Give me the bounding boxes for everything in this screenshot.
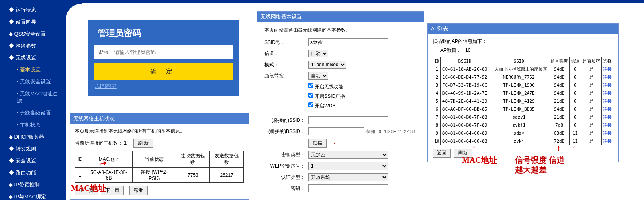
sidebar-item[interactable]: ◆ 设置向导	[0, 16, 66, 28]
enable-ssid-broadcast-checkbox[interactable]	[308, 93, 313, 98]
sidebar-item[interactable]: ◆ IP与MAC绑定	[0, 191, 66, 200]
sidebar-item[interactable]: • 无线高级设置	[0, 107, 66, 119]
sidebar: ◆ 运行状态◆ 设置向导◆ QSS安全设置◆ 网络参数◆ 无线设置• 基本设置•…	[0, 0, 66, 200]
connect-link[interactable]: 连接	[603, 67, 612, 72]
sidebar-item[interactable]: • 主机状态	[0, 119, 66, 131]
enable-wireless-checkbox[interactable]	[308, 83, 313, 88]
table-header: SSID	[489, 57, 549, 65]
wep-idx-label: WEP密钥序号：	[264, 163, 308, 170]
panel-title: 无线网络基本设置	[257, 12, 424, 22]
table-header: 是否加密	[581, 57, 601, 65]
chk-label: 开启WDS	[315, 103, 335, 109]
sidebar-item[interactable]: • 无线MAC地址过滤	[0, 88, 66, 107]
connect-link[interactable]: 连接	[603, 99, 612, 104]
key-label: 密钥：	[264, 185, 308, 192]
channel-select[interactable]: 自动	[308, 50, 328, 57]
ap-list-panel: AP列表 扫描到的AP的信息如下： AP数目： 10 IDBSSIDSSID信号…	[427, 23, 619, 162]
key-input[interactable]	[308, 184, 388, 192]
table-row: 548-7D-2E-64-41-29TP-LINK_412921dB6是连接	[433, 97, 613, 105]
sidebar-item[interactable]: ◆ DHCP服务器	[0, 131, 66, 143]
table-header: 发送数据包数	[210, 151, 244, 168]
table-row: 3FC-D7-33-7B-19-0CTP-LINK_190C94dB6是连接	[433, 81, 613, 89]
sidebar-item[interactable]: ◆ 无线设置	[0, 52, 66, 64]
back-button[interactable]: 返回	[433, 149, 451, 158]
bridge-bssid-input[interactable]	[308, 127, 364, 135]
table-header: 信号强度	[549, 57, 569, 65]
sidebar-item[interactable]: ◆ 转发规则	[0, 143, 66, 155]
host-count-label: 当前所连接的主机数：	[75, 140, 123, 146]
ssid-input[interactable]	[308, 38, 388, 46]
connect-link[interactable]: 连接	[603, 83, 612, 88]
wireless-settings-panel: 无线网络基本设置 本页面设置路由器无线网络的基本参数。 SSID号： 信道：自动…	[257, 11, 424, 200]
table-row: 1C0-61-18-AB-2C-80一人血书去掉班服上的座位表94dB6是连接	[433, 65, 613, 73]
bridge-ssid-input[interactable]	[308, 116, 388, 124]
enable-wds-checkbox[interactable]	[308, 102, 313, 107]
password-row: 密码	[94, 45, 233, 59]
table-header: 信道	[570, 57, 581, 65]
panel-title: 无线网络主机状态	[70, 113, 249, 124]
bridge-bssid-label: (桥接的)BSSID：	[264, 128, 308, 135]
scan-button[interactable]: 扫描	[308, 139, 327, 148]
table-row: 780-81-00-B0-7F-88sdzy121dB6是连接	[433, 113, 613, 121]
table-header: MAC地址	[85, 151, 133, 168]
login-submit-button[interactable]: 确 定	[94, 63, 233, 80]
channel-label: 信道：	[264, 50, 308, 57]
sidebar-item[interactable]: ◆ IP带宽控制	[0, 179, 66, 191]
connect-link[interactable]: 连接	[603, 107, 612, 112]
ap-desc: 扫描到的AP的信息如下：	[433, 38, 613, 45]
host-table: IDMAC地址当前状态接收数据包数发送数据包数 15C-A8-6A-1F-38-…	[75, 151, 244, 183]
sidebar-item[interactable]: • 基本设置	[0, 64, 66, 76]
connect-link[interactable]: 连接	[603, 91, 612, 96]
table-row: 880-81-00-B0-7F-89zykj17dB6是连接	[433, 121, 613, 129]
forgot-password-link[interactable]: 忘记密码?	[88, 80, 124, 90]
host-count-value: 1	[124, 140, 127, 146]
sidebar-item[interactable]: • 无线安全设置	[0, 76, 66, 88]
table-row: 68C-A6-DF-66-BB-85TP-LINK_BB8594dB6是连接	[433, 105, 613, 113]
panel-title: AP列表	[428, 24, 618, 34]
arrow-icon: ↑	[556, 143, 561, 153]
table-header: 当前状态	[133, 151, 176, 168]
help-button[interactable]: 帮助	[129, 186, 148, 195]
connect-link[interactable]: 连接	[603, 139, 612, 144]
connect-link[interactable]: 连接	[603, 123, 612, 128]
refresh-button[interactable]: 刷 新	[133, 139, 153, 148]
key-type-label: 密钥类型：	[264, 152, 308, 158]
bridge-ssid-label: (桥接的)SSID：	[264, 117, 308, 124]
table-row: 15C-A8-6A-1F-38-6B连接 (WPA2-PSK)775326217	[75, 168, 244, 183]
mode-select[interactable]: 11bgn mixed	[308, 61, 346, 69]
bssid-example: 例如: 00-1D-0F-11-22-33	[366, 129, 415, 135]
wep-idx-select[interactable]: 1	[308, 162, 388, 170]
auth-type-select[interactable]: 开放系统	[308, 173, 388, 181]
mode-label: 模式：	[264, 61, 308, 68]
ap-count-label: AP数目：	[440, 48, 461, 53]
host-desc: 本页显示连接到本无线网络的所有主机的基本信息。	[75, 128, 244, 135]
table-row: 21C-60-DE-D4-77-52MERCURY_775294dB6是连接	[433, 73, 613, 81]
ap-count-value: 10	[465, 48, 470, 53]
sidebar-item[interactable]: ◆ 网络参数	[0, 40, 66, 52]
bandwidth-select[interactable]: 自动	[308, 72, 328, 80]
connect-link[interactable]: 连接	[603, 115, 612, 120]
wifi-desc: 本页面设置路由器无线网络的基本参数。	[264, 27, 417, 34]
login-panel: 管理员密码 密码 确 定 忘记密码?	[88, 20, 239, 96]
arrow-icon: ←	[332, 139, 339, 147]
key-type-select[interactable]: 无加密	[308, 151, 388, 159]
annotation-signal-desc: 越大越差	[515, 164, 547, 175]
table-header: ID	[433, 57, 441, 65]
annotation-signal: 信号强度 信道	[515, 155, 565, 166]
table-header: 选择	[601, 57, 613, 65]
sidebar-item[interactable]: ◆ 运行状态	[0, 4, 66, 16]
chk-label: 开启SSID广播	[315, 93, 345, 99]
sidebar-item[interactable]: ◆ 路由功能	[0, 167, 66, 179]
annotation-mac: MAC地址	[462, 155, 497, 166]
password-label: 密码	[98, 49, 114, 55]
table-row: 4BC-46-99-1D-2A-7ETP-LINK_2A7E94dB6是连接	[433, 89, 613, 97]
connect-link[interactable]: 连接	[603, 131, 612, 136]
bandwidth-label: 频段带宽：	[264, 73, 308, 79]
table-row: 980-81-00-64-C6-89sdzy63dB11是连接	[433, 129, 613, 137]
sidebar-item[interactable]: ◆ QSS安全设置	[0, 28, 66, 40]
ssid-label: SSID号：	[264, 39, 308, 46]
sidebar-item[interactable]: ◆ 安全设置	[0, 155, 66, 167]
connect-link[interactable]: 连接	[603, 75, 612, 80]
auth-type-label: 认证类型：	[264, 174, 308, 181]
password-input[interactable]	[114, 49, 228, 55]
